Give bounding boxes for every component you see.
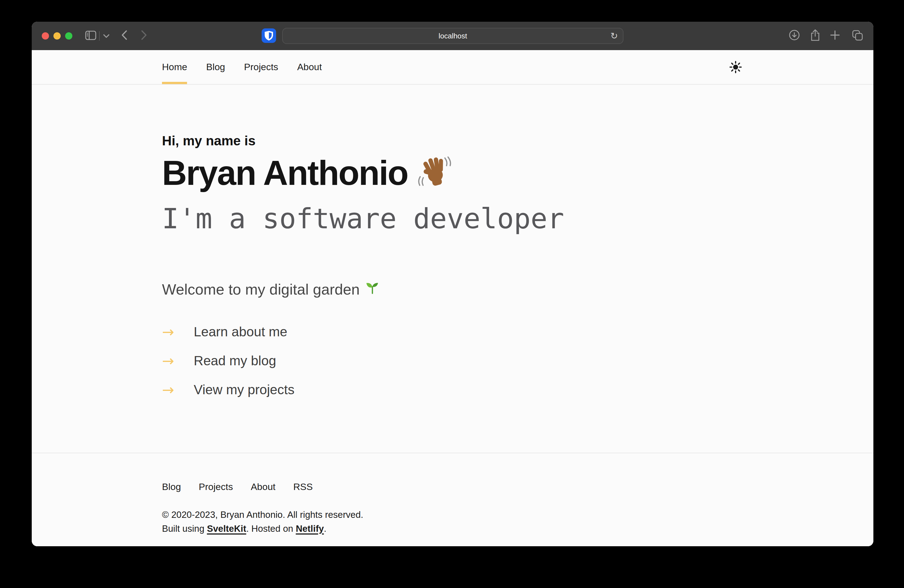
footer-link-projects[interactable]: Projects	[199, 481, 233, 494]
learn-about-me-link[interactable]: Learn about me	[194, 322, 287, 341]
quick-links-list: → Learn about me → Read my blog → View m…	[162, 322, 743, 453]
tagline-text: I'm a software developer	[162, 204, 743, 234]
sidebar-icon	[85, 30, 96, 41]
forward-button[interactable]	[141, 22, 147, 50]
built-prefix: Built using	[162, 523, 207, 533]
built-middle: . Hosted on	[246, 523, 296, 533]
chevron-left-icon	[121, 30, 128, 42]
back-button[interactable]	[121, 22, 128, 50]
copyright-text: © 2020-2023, Bryan Anthonio. All rights …	[162, 508, 743, 522]
bitwarden-extension-button[interactable]	[262, 28, 276, 43]
zoom-window-button[interactable]	[65, 32, 73, 40]
built-with-text: Built using SvelteKit. Hosted on Netlify…	[162, 522, 743, 535]
read-my-blog-link[interactable]: Read my blog	[194, 351, 276, 370]
name-text: Bryan Anthonio	[162, 155, 408, 191]
sidebar-toggle-button[interactable]	[85, 22, 96, 50]
waving-hand-emoji	[418, 154, 452, 193]
arrow-right-icon: →	[162, 351, 177, 370]
chevron-right-icon	[141, 30, 147, 42]
address-text: localhost	[439, 32, 467, 40]
tabs-overview-icon	[852, 29, 863, 43]
footer-link-rss[interactable]: RSS	[293, 481, 313, 494]
netlify-link[interactable]: Netlify	[296, 523, 324, 533]
nav-item-about[interactable]: About	[297, 50, 322, 84]
footer-nav: Blog Projects About RSS	[162, 453, 743, 494]
reload-button[interactable]: ↻	[610, 28, 618, 43]
close-window-button[interactable]	[42, 32, 49, 40]
view-my-projects-link[interactable]: View my projects	[194, 380, 294, 399]
webpage: Home Blog Projects About	[32, 50, 873, 546]
sveltekit-link[interactable]: SvelteKit	[207, 523, 246, 533]
nav-item-home[interactable]: Home	[162, 50, 187, 84]
list-item: → View my projects	[162, 380, 743, 399]
hero-section: Hi, my name is Bryan Anthonio	[162, 85, 743, 453]
arrow-right-icon: →	[162, 322, 177, 341]
welcome-label: Welcome to my digital garden	[162, 280, 360, 298]
sun-icon	[729, 66, 742, 75]
sidebar-dropdown-button[interactable]	[103, 22, 110, 50]
theme-toggle-button[interactable]	[729, 60, 742, 74]
downloads-button[interactable]	[789, 22, 800, 50]
share-button[interactable]	[810, 22, 820, 50]
arrow-right-icon: →	[162, 380, 177, 399]
plus-icon	[830, 30, 840, 42]
nav-item-blog[interactable]: Blog	[206, 50, 225, 84]
window-controls	[42, 22, 73, 50]
site-header: Home Blog Projects About	[32, 50, 873, 85]
list-item: → Read my blog	[162, 351, 743, 370]
download-icon	[789, 30, 800, 42]
site-footer: Blog Projects About RSS © 2020-2023, Bry…	[32, 453, 873, 535]
toolbar-divider	[99, 31, 100, 41]
built-suffix: .	[324, 523, 327, 533]
tab-overview-button[interactable]	[852, 22, 863, 50]
greeting-text: Hi, my name is	[162, 133, 743, 149]
footer-link-blog[interactable]: Blog	[162, 481, 181, 494]
bitwarden-shield-icon	[262, 36, 276, 44]
nav-item-projects[interactable]: Projects	[244, 50, 278, 84]
list-item: → Learn about me	[162, 322, 743, 341]
footer-link-about[interactable]: About	[251, 481, 275, 494]
welcome-text: Welcome to my digital garden	[162, 280, 743, 299]
seedling-emoji	[365, 280, 379, 299]
chevron-down-icon	[103, 32, 110, 40]
share-icon	[810, 29, 820, 43]
screen: localhost ↻	[0, 0, 904, 588]
main-nav: Home Blog Projects About	[162, 50, 322, 84]
minimize-window-button[interactable]	[54, 32, 61, 40]
address-bar[interactable]: localhost ↻	[282, 28, 623, 44]
browser-toolbar: localhost ↻	[32, 22, 873, 50]
page-title: Bryan Anthonio	[162, 154, 743, 193]
new-tab-button[interactable]	[830, 22, 840, 50]
safari-window: localhost ↻	[32, 22, 873, 546]
